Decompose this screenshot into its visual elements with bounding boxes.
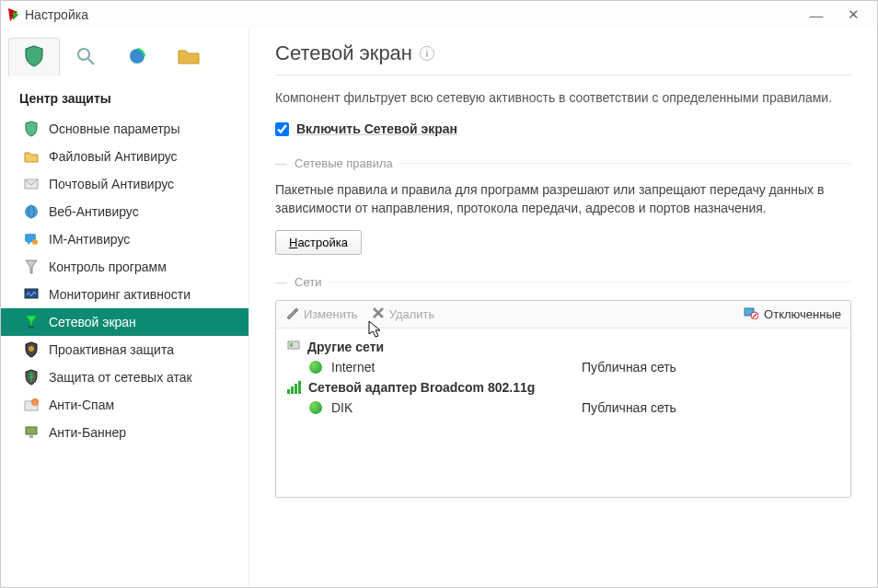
main-panel: Сетевой экран i Компонент фильтрует всю …	[249, 29, 877, 587]
folder-icon	[178, 47, 200, 68]
network-group[interactable]: Другие сети	[285, 336, 841, 357]
tab-protection[interactable]	[8, 38, 60, 76]
networks-box: Изменить Удалить Отключенные Другие сети	[275, 300, 851, 498]
sidebar-item-label: Файловый Антивирус	[49, 149, 178, 164]
close-button[interactable]: ✕	[835, 5, 872, 25]
sidebar-item-label: Защита от сетевых атак	[49, 370, 192, 385]
sidebar-item-label: Основные параметры	[49, 121, 179, 136]
sidebar-item-label: Анти-Баннер	[49, 425, 126, 440]
sidebar-item-im-av[interactable]: IM-Антивирус	[1, 225, 248, 253]
firewall-icon	[23, 314, 40, 330]
signal-bars-icon	[287, 381, 301, 394]
enable-firewall-checkbox[interactable]	[275, 122, 289, 136]
enable-firewall-label[interactable]: Включить Сетевой экран	[296, 121, 457, 136]
app-logo-icon	[6, 8, 19, 21]
tab-advanced[interactable]	[163, 38, 214, 76]
disconnected-label: Отключенные	[764, 307, 841, 321]
shield-icon	[24, 45, 44, 70]
network-row[interactable]: Internet Публичная сеть	[285, 357, 841, 377]
sidebar-item-label: Проактивная защита	[49, 342, 174, 357]
network-group-label: Другие сети	[307, 340, 384, 354]
sidebar-item-label: Контроль программ	[49, 259, 167, 274]
chat-icon	[23, 231, 40, 248]
delete-label: Удалить	[389, 307, 435, 321]
globe-green-icon	[309, 401, 322, 414]
rules-section-label: Сетевые правила	[295, 156, 393, 170]
svg-point-0	[78, 49, 89, 60]
svg-line-1	[88, 59, 94, 64]
delete-x-icon	[373, 307, 384, 321]
funnel-icon	[23, 259, 40, 275]
svg-point-10	[29, 346, 34, 352]
network-name: Internet	[331, 360, 375, 375]
edit-label: Изменить	[304, 307, 358, 321]
network-type: Публичная сеть	[582, 400, 839, 415]
page-title-text: Сетевой экран	[275, 41, 412, 65]
component-description: Компонент фильтрует всю сетевую активнос…	[275, 88, 851, 107]
svg-point-4	[25, 205, 38, 218]
svg-rect-14	[26, 427, 37, 434]
banner-icon	[23, 424, 40, 441]
networks-section-label: Сети	[295, 275, 321, 289]
magnifier-icon	[75, 46, 96, 69]
svg-point-7	[32, 239, 38, 245]
sidebar-item-label: Мониторинг активности	[49, 287, 191, 302]
sidebar-item-web-av[interactable]: Веб-Антивирус	[1, 198, 248, 225]
page-title: Сетевой экран i	[275, 41, 851, 75]
edit-network-button[interactable]: Изменить	[285, 306, 358, 322]
sidebar-tabstrip	[1, 34, 248, 76]
shield-small-icon	[23, 121, 40, 137]
network-type: Публичная сеть	[582, 360, 839, 375]
sidebar-item-proactive[interactable]: Проактивная защита	[1, 336, 248, 363]
rules-section-header: Сетевые правила	[275, 156, 851, 170]
rules-settings-button[interactable]: Настройка	[275, 230, 362, 255]
network-group[interactable]: Сетевой адаптер Broadcom 802.11g	[285, 377, 841, 398]
tab-update[interactable]	[111, 38, 163, 76]
sidebar-item-antispam[interactable]: ! Анти-Спам	[1, 391, 248, 419]
monitor-icon	[23, 286, 40, 303]
sidebar-item-label: Почтовый Антивирус	[49, 177, 174, 191]
folder-yellow-icon	[23, 148, 40, 165]
sidebar-item-label: IM-Антивирус	[49, 232, 130, 247]
disconnected-toggle[interactable]: Отключенные	[744, 306, 841, 322]
networks-section-header: Сети	[275, 275, 851, 289]
svg-rect-18	[288, 341, 299, 349]
shield-net-icon	[23, 369, 40, 386]
sidebar: Центр защиты Основные параметры Файловый…	[1, 29, 249, 587]
sidebar-item-network-attack[interactable]: Защита от сетевых атак	[1, 363, 248, 391]
sidebar-section-title: Центр защиты	[1, 76, 248, 115]
networks-list: Другие сети Internet Публичная сеть Сете…	[276, 329, 850, 497]
tab-scan[interactable]	[60, 38, 111, 76]
sidebar-item-mail-av[interactable]: Почтовый Антивирус	[1, 170, 248, 198]
sidebar-item-antibanner[interactable]: Анти-Баннер	[1, 419, 248, 446]
window-title: Настройка	[25, 7, 88, 22]
globe-arrow-icon	[127, 46, 147, 69]
sidebar-item-activity-monitor[interactable]: Мониторинг активности	[1, 281, 248, 308]
minimize-button[interactable]: —	[798, 5, 835, 25]
disconnected-icon	[744, 306, 758, 322]
spam-icon: !	[23, 397, 40, 413]
sidebar-item-label: Анти-Спам	[49, 398, 114, 412]
sidebar-item-label: Веб-Антивирус	[49, 204, 139, 219]
rules-description: Пакетные правила и правила для программ …	[275, 181, 851, 217]
network-name: DIK	[331, 400, 352, 415]
globe-icon	[23, 203, 40, 220]
sidebar-item-firewall[interactable]: Сетевой экран	[1, 308, 248, 336]
svg-rect-9	[29, 326, 34, 329]
info-icon[interactable]: i	[420, 46, 434, 61]
svg-rect-15	[29, 434, 33, 438]
shield-dark-icon	[23, 341, 40, 358]
sidebar-item-file-av[interactable]: Файловый Антивирус	[1, 143, 248, 170]
svg-rect-19	[290, 343, 293, 347]
titlebar: Настройка — ✕	[1, 1, 877, 29]
network-row[interactable]: DIK Публичная сеть	[285, 398, 841, 418]
pencil-icon	[285, 306, 298, 322]
networks-toolbar: Изменить Удалить Отключенные	[276, 301, 850, 329]
sidebar-nav: Основные параметры Файловый Антивирус По…	[1, 115, 248, 446]
sidebar-item-label: Сетевой экран	[49, 315, 136, 329]
sidebar-item-app-control[interactable]: Контроль программ	[1, 253, 248, 281]
envelope-icon	[23, 176, 40, 192]
delete-network-button[interactable]: Удалить	[373, 307, 435, 321]
sidebar-item-general[interactable]: Основные параметры	[1, 115, 248, 143]
network-group-label: Сетевой адаптер Broadcom 802.11g	[308, 380, 535, 395]
